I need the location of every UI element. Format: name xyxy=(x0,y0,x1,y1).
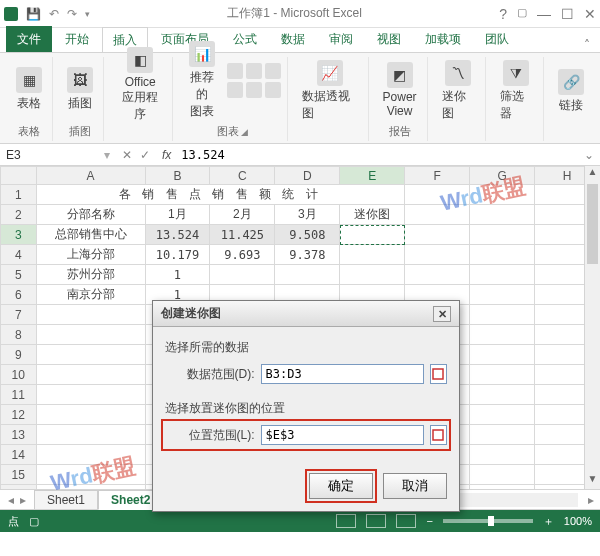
zoom-slider[interactable] xyxy=(443,519,533,523)
minimize-icon[interactable]: — xyxy=(537,6,551,22)
illustrations-button[interactable]: 🖼插图 xyxy=(63,65,97,114)
ribbon-options-icon[interactable]: ▢ xyxy=(517,6,527,22)
cell[interactable] xyxy=(470,285,535,305)
cell[interactable] xyxy=(340,225,405,245)
cell[interactable] xyxy=(470,205,535,225)
cell[interactable]: 9.693 xyxy=(210,245,275,265)
name-box[interactable] xyxy=(0,144,100,165)
namebox-dropdown-icon[interactable]: ▾ xyxy=(100,148,114,162)
cell[interactable] xyxy=(275,265,340,285)
cell[interactable] xyxy=(36,465,145,485)
tab-file[interactable]: 文件 xyxy=(6,26,52,52)
cell[interactable] xyxy=(470,305,535,325)
sheet-nav-prev-icon[interactable]: ◂ xyxy=(8,493,14,507)
row-header[interactable]: 3 xyxy=(1,225,37,245)
cell[interactable] xyxy=(405,265,470,285)
tab-team[interactable]: 团队 xyxy=(474,26,520,52)
cell[interactable]: 11.425 xyxy=(210,225,275,245)
cell[interactable]: 1月 xyxy=(145,205,210,225)
macro-record-icon[interactable]: ▢ xyxy=(29,515,39,528)
collapse-ribbon-icon[interactable]: ˄ xyxy=(584,38,600,52)
tab-view[interactable]: 视图 xyxy=(366,26,412,52)
expand-formula-bar-icon[interactable]: ⌄ xyxy=(578,148,600,162)
cell[interactable]: 各 销 售 点 销 售 额 统 计 xyxy=(36,185,405,205)
help-icon[interactable]: ? xyxy=(499,6,507,22)
sheet-tab[interactable]: Sheet1 xyxy=(34,490,98,509)
cell[interactable] xyxy=(470,365,535,385)
row-header[interactable]: 2 xyxy=(1,205,37,225)
row-header[interactable]: 8 xyxy=(1,325,37,345)
row-header[interactable]: 16 xyxy=(1,485,37,491)
scroll-up-icon[interactable]: ▲ xyxy=(585,166,600,182)
cell[interactable] xyxy=(470,485,535,491)
zoom-out-icon[interactable]: − xyxy=(426,515,432,527)
location-range-input[interactable] xyxy=(261,425,424,445)
pivotchart-button[interactable]: 📈数据透视图 xyxy=(298,58,362,124)
cell[interactable]: 南京分部 xyxy=(36,285,145,305)
tab-review[interactable]: 审阅 xyxy=(318,26,364,52)
col-header[interactable]: A xyxy=(36,167,145,185)
cell[interactable]: 1 xyxy=(145,265,210,285)
cell[interactable]: 上海分部 xyxy=(36,245,145,265)
row-header[interactable]: 9 xyxy=(1,345,37,365)
row-header[interactable]: 14 xyxy=(1,445,37,465)
cell[interactable]: 3月 xyxy=(275,205,340,225)
cell[interactable] xyxy=(36,405,145,425)
cell[interactable] xyxy=(36,445,145,465)
cell[interactable] xyxy=(470,405,535,425)
cell[interactable] xyxy=(340,265,405,285)
cell[interactable]: 2月 xyxy=(210,205,275,225)
cell[interactable]: 分部名称 xyxy=(36,205,145,225)
charts-launcher-icon[interactable]: ◢ xyxy=(241,127,248,137)
view-layout-icon[interactable] xyxy=(366,514,386,528)
row-header[interactable]: 13 xyxy=(1,425,37,445)
row-header[interactable]: 6 xyxy=(1,285,37,305)
hscroll-right-icon[interactable]: ▸ xyxy=(582,493,600,507)
cell[interactable]: 9.508 xyxy=(275,225,340,245)
formula-input[interactable] xyxy=(175,146,578,164)
cell[interactable]: 总部销售中心 xyxy=(36,225,145,245)
maximize-icon[interactable]: ☐ xyxy=(561,6,574,22)
links-button[interactable]: 🔗链接 xyxy=(554,67,588,116)
row-header[interactable]: 5 xyxy=(1,265,37,285)
cell[interactable]: 9.378 xyxy=(275,245,340,265)
cell[interactable]: 苏州分部 xyxy=(36,265,145,285)
vertical-scrollbar[interactable]: ▲ ▼ xyxy=(584,166,600,489)
col-header[interactable]: B xyxy=(145,167,210,185)
cell[interactable] xyxy=(405,185,470,205)
office-apps-button[interactable]: ◧Office 应用程序 xyxy=(114,45,166,125)
cell[interactable] xyxy=(470,425,535,445)
cell[interactable] xyxy=(470,445,535,465)
fx-icon[interactable]: fx xyxy=(158,148,175,162)
cell[interactable] xyxy=(470,325,535,345)
cell[interactable] xyxy=(470,185,535,205)
chart-types-grid[interactable] xyxy=(227,63,281,98)
sheet-nav-next-icon[interactable]: ▸ xyxy=(20,493,26,507)
row-header[interactable]: 7 xyxy=(1,305,37,325)
cell[interactable] xyxy=(405,225,470,245)
cell[interactable]: 10.179 xyxy=(145,245,210,265)
col-header[interactable]: C xyxy=(210,167,275,185)
cell[interactable] xyxy=(36,385,145,405)
scroll-down-icon[interactable]: ▼ xyxy=(585,473,600,489)
save-icon[interactable]: 💾 xyxy=(26,7,41,21)
cell[interactable] xyxy=(210,265,275,285)
col-header[interactable]: E xyxy=(340,167,405,185)
recommended-charts-button[interactable]: 📊推荐的 图表 xyxy=(183,39,220,122)
powerview-button[interactable]: ◩Power View xyxy=(379,60,421,120)
col-header[interactable]: D xyxy=(275,167,340,185)
cell[interactable] xyxy=(470,345,535,365)
row-header[interactable]: 4 xyxy=(1,245,37,265)
cancel-formula-icon[interactable]: ✕ xyxy=(122,148,132,162)
row-header[interactable]: 12 xyxy=(1,405,37,425)
ok-button[interactable]: 确定 xyxy=(309,473,373,499)
cell[interactable] xyxy=(470,465,535,485)
cell[interactable] xyxy=(470,265,535,285)
zoom-in-icon[interactable]: ＋ xyxy=(543,514,554,529)
cell[interactable]: 迷你图 xyxy=(340,205,405,225)
redo-icon[interactable]: ↷ xyxy=(67,7,77,21)
cell[interactable] xyxy=(36,325,145,345)
cell[interactable] xyxy=(36,365,145,385)
view-pagebreak-icon[interactable] xyxy=(396,514,416,528)
tab-addins[interactable]: 加载项 xyxy=(414,26,472,52)
